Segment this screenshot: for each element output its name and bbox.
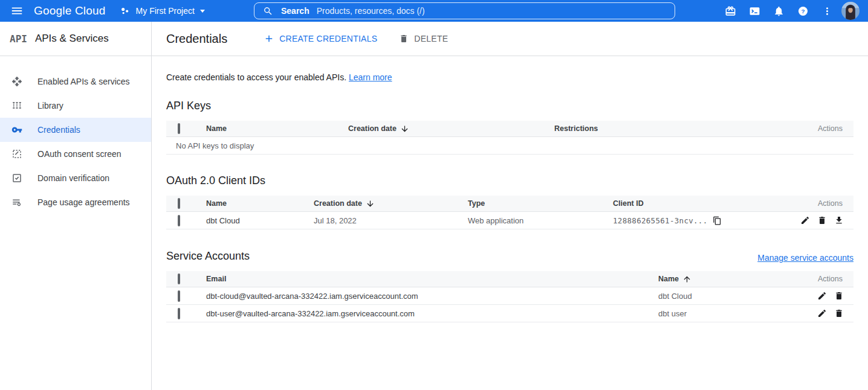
sidebar-item-label: OAuth consent screen (37, 149, 121, 159)
column-header-client-id[interactable]: Client ID (613, 199, 787, 208)
agreements-icon (11, 196, 23, 208)
more-options-button[interactable] (815, 0, 839, 22)
sidebar-item-label: Domain verification (37, 173, 109, 183)
select-all-checkbox[interactable] (178, 198, 180, 209)
help-icon: ? (797, 5, 809, 17)
sidebar-item-enabled-apis[interactable]: Enabled APIs & services (0, 69, 151, 94)
content: Create credentials to access your enable… (152, 56, 868, 322)
learn-more-link[interactable]: Learn more (349, 72, 392, 82)
delete-label: DELETE (414, 34, 448, 43)
search-icon (263, 6, 273, 16)
topbar: Google Cloud My First Project Search Pro… (0, 0, 868, 22)
oauth-client-type: Web application (468, 216, 613, 225)
sort-desc-icon (366, 199, 375, 208)
consent-screen-icon (11, 148, 23, 160)
api-keys-section: API Keys Name Creation date Restrictions… (166, 100, 853, 155)
delete-row-button[interactable] (834, 308, 844, 318)
project-icon (119, 5, 131, 17)
intro-text: Create credentials to access your enable… (166, 72, 853, 82)
oauth-clients-section: OAuth 2.0 Client IDs Name Creation date … (166, 174, 853, 229)
row-checkbox[interactable] (178, 308, 180, 319)
oauth-client-name: dbt Cloud (206, 216, 314, 225)
create-credentials-button[interactable]: CREATE CREDENTIALS (264, 33, 377, 44)
sidebar-title: APIs & Services (35, 33, 109, 45)
column-header-actions: Actions (799, 275, 853, 283)
column-header-name[interactable]: Name (206, 199, 314, 208)
sidebar-item-label: Enabled APIs & services (37, 77, 130, 86)
table-row: dbt-user@vaulted-arcana-332422.iam.gserv… (166, 305, 853, 322)
select-all-checkbox[interactable] (178, 273, 180, 284)
domain-verification-icon (11, 172, 23, 184)
oauth-table-header: Name Creation date Type Client ID Action… (166, 196, 853, 212)
project-picker[interactable]: My First Project (119, 5, 205, 17)
copy-client-id-button[interactable] (713, 216, 722, 225)
column-header-email[interactable]: Email (206, 275, 658, 283)
page-title: Credentials (166, 32, 227, 46)
row-checkbox[interactable] (178, 290, 180, 302)
sidebar-item-page-usage-agreements[interactable]: Page usage agreements (0, 190, 151, 214)
sort-asc-icon (682, 275, 691, 284)
service-accounts-section: Service Accounts Manage service accounts… (166, 250, 853, 322)
table-row: dbt Cloud Jul 18, 2022 Web application 1… (166, 212, 853, 229)
download-button[interactable] (834, 216, 844, 225)
delete-button[interactable]: DELETE (399, 34, 448, 43)
delete-icon (834, 291, 844, 301)
google-cloud-logo[interactable]: Google Cloud (34, 4, 106, 18)
library-icon (11, 100, 23, 112)
edit-button[interactable] (800, 216, 810, 225)
service-accounts-title: Service Accounts (166, 250, 250, 263)
edit-icon (817, 291, 827, 301)
sort-desc-icon (400, 124, 409, 133)
edit-icon (817, 308, 827, 318)
column-header-creation-date[interactable]: Creation date (314, 199, 468, 208)
notifications-button[interactable] (766, 0, 791, 22)
copy-icon (713, 216, 722, 225)
row-actions (799, 308, 853, 318)
delete-row-button[interactable] (817, 216, 827, 225)
search-placeholder: Products, resources, docs (/) (317, 6, 425, 16)
sidebar-item-oauth-consent[interactable]: OAuth consent screen (0, 142, 151, 166)
manage-service-accounts-link[interactable]: Manage service accounts (757, 253, 853, 263)
menu-icon (10, 4, 24, 18)
help-button[interactable]: ? (791, 0, 815, 22)
gift-icon (725, 5, 736, 17)
api-keys-title: API Keys (166, 100, 853, 112)
select-all-checkbox[interactable] (178, 123, 180, 134)
api-keys-empty-message: No API keys to display (166, 137, 853, 155)
notifications-icon (773, 5, 785, 17)
column-header-restrictions[interactable]: Restrictions (554, 124, 799, 133)
main: Credentials CREATE CREDENTIALS DELETE Cr… (152, 22, 868, 390)
cloud-shell-icon (749, 5, 760, 17)
sidebar-item-label: Library (37, 101, 63, 110)
sidebar-item-credentials[interactable]: Credentials (0, 118, 151, 142)
column-header-actions: Actions (799, 124, 853, 133)
delete-icon (817, 216, 827, 225)
delete-row-button[interactable] (834, 291, 844, 301)
edit-icon (800, 216, 810, 225)
search-input[interactable]: Search Products, resources, docs (/) (254, 2, 675, 19)
create-credentials-label: CREATE CREDENTIALS (279, 34, 377, 43)
cloud-shell-button[interactable] (742, 0, 766, 22)
sidebar-item-domain-verification[interactable]: Domain verification (0, 166, 151, 190)
column-header-actions: Actions (787, 199, 853, 208)
edit-button[interactable] (817, 291, 827, 301)
api-logo-icon: API (10, 33, 27, 45)
download-icon (834, 216, 844, 225)
column-header-type[interactable]: Type (468, 199, 613, 208)
sidebar-item-label: Credentials (37, 125, 80, 135)
column-header-creation-date[interactable]: Creation date (348, 124, 554, 133)
row-checkbox[interactable] (178, 215, 180, 226)
page-toolbar: Credentials CREATE CREDENTIALS DELETE (152, 22, 868, 56)
free-trial-gift-button[interactable] (718, 0, 742, 22)
menu-button[interactable] (0, 0, 34, 22)
column-header-name[interactable]: Name (206, 124, 348, 133)
row-actions (799, 291, 853, 301)
table-row: dbt-cloud@vaulted-arcana-332422.iam.gser… (166, 287, 853, 305)
sidebar: API APIs & Services Enabled APIs & servi… (0, 22, 152, 390)
avatar[interactable] (841, 2, 860, 20)
oauth-clients-title: OAuth 2.0 Client IDs (166, 174, 853, 187)
edit-button[interactable] (817, 308, 827, 318)
sidebar-item-library[interactable]: Library (0, 94, 151, 118)
column-header-name[interactable]: Name (658, 275, 799, 284)
plus-icon (264, 33, 274, 44)
